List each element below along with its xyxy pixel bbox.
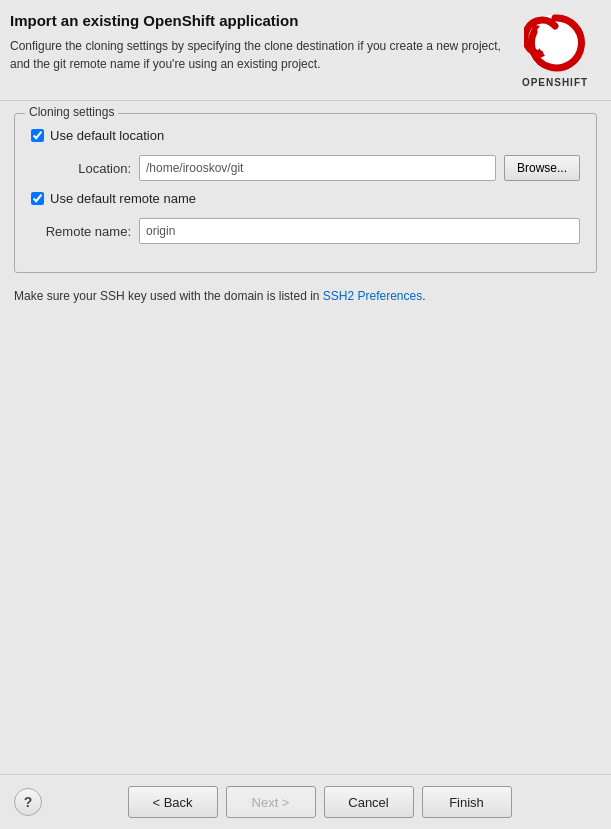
ssh2-preferences-link[interactable]: SSH2 Preferences [323, 289, 422, 303]
ssh-note-text-after: . [422, 289, 425, 303]
location-input[interactable] [139, 155, 496, 181]
location-row: Location: Browse... [31, 155, 580, 181]
use-default-remote-label[interactable]: Use default remote name [50, 191, 196, 206]
use-default-location-checkbox[interactable] [31, 129, 44, 142]
location-label: Location: [31, 161, 131, 176]
dialog-title: Import an existing OpenShift application [10, 12, 505, 29]
dialog-description: Configure the cloning settings by specif… [10, 37, 505, 73]
dialog-header: Import an existing OpenShift application… [0, 0, 611, 101]
back-button[interactable]: < Back [128, 786, 218, 818]
cloning-settings-group: Cloning settings Use default location Lo… [14, 113, 597, 273]
openshift-label: OPENSHIFT [522, 77, 588, 88]
dialog-footer: ? < Back Next > Cancel Finish [0, 774, 611, 829]
use-default-location-label[interactable]: Use default location [50, 128, 164, 143]
group-box-legend: Cloning settings [25, 105, 118, 119]
footer-buttons: < Back Next > Cancel Finish [42, 786, 597, 818]
openshift-logo: OPENSHIFT [515, 12, 595, 88]
use-default-location-row: Use default location [31, 128, 580, 143]
ssh-note: Make sure your SSH key used with the dom… [14, 289, 597, 303]
ssh-note-text-before: Make sure your SSH key used with the dom… [14, 289, 323, 303]
remote-name-input[interactable] [139, 218, 580, 244]
remote-name-row: Remote name: [31, 218, 580, 244]
main-content: Cloning settings Use default location Lo… [0, 101, 611, 774]
cancel-button[interactable]: Cancel [324, 786, 414, 818]
use-default-remote-row: Use default remote name [31, 191, 580, 206]
use-default-remote-checkbox[interactable] [31, 192, 44, 205]
finish-button[interactable]: Finish [422, 786, 512, 818]
remote-name-label: Remote name: [31, 224, 131, 239]
help-button[interactable]: ? [14, 788, 42, 816]
next-button[interactable]: Next > [226, 786, 316, 818]
openshift-logo-icon [524, 12, 586, 74]
header-text-area: Import an existing OpenShift application… [10, 12, 505, 73]
browse-button[interactable]: Browse... [504, 155, 580, 181]
